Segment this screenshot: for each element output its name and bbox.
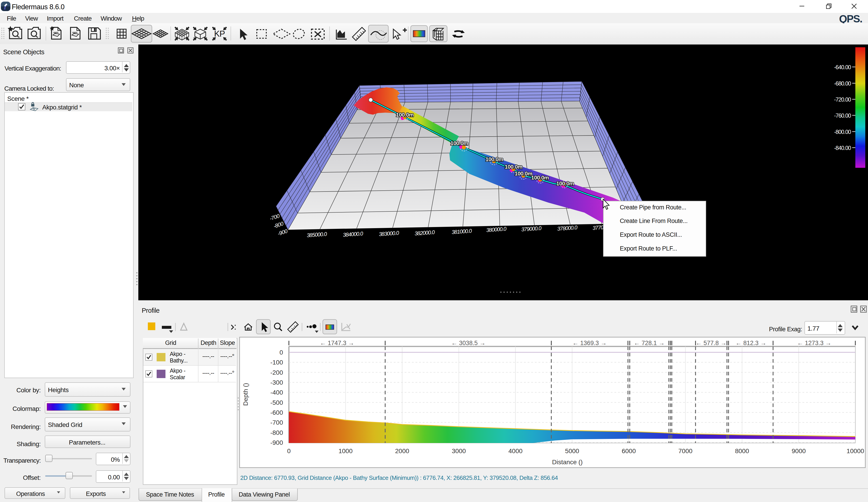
svg-text:3770: 3770 (592, 224, 604, 231)
svg-text:-760.00: -760.00 (834, 112, 851, 119)
svg-text:100.0m: 100.0m (556, 181, 574, 186)
svg-text:← 577.8 →: ← 577.8 → (696, 340, 727, 346)
svg-text:Depth (): Depth () (242, 383, 249, 406)
svg-text:-600: -600 (270, 409, 283, 416)
svg-text:4000: 4000 (508, 448, 523, 454)
svg-text:0: 0 (287, 448, 291, 454)
svg-text:← 1369.3 →: ← 1369.3 → (572, 340, 607, 346)
svg-text:← 1273.3 →: ← 1273.3 → (797, 340, 831, 346)
svg-text:2000: 2000 (395, 448, 409, 454)
svg-text:-640.00: -640.00 (834, 64, 851, 70)
svg-text:← 812.3 →: ← 812.3 → (735, 340, 766, 346)
svg-text:← 3038.5 →: ← 3038.5 → (451, 340, 486, 346)
svg-text:KP: KP (214, 29, 225, 39)
svg-text:3000: 3000 (452, 448, 466, 454)
svg-text:← 728.1 →: ← 728.1 → (634, 340, 665, 346)
svg-text:10000: 10000 (847, 448, 864, 454)
svg-text:-800.00: -800.00 (834, 129, 851, 135)
svg-text:1000: 1000 (338, 448, 352, 454)
svg-text:100.0m: 100.0m (486, 156, 503, 162)
svg-text:-840.00: -840.00 (834, 145, 851, 151)
svg-text:-800: -800 (270, 429, 283, 436)
svg-text:100.0m: 100.0m (451, 140, 468, 146)
svg-text:-200: -200 (270, 369, 283, 376)
svg-text:100.0m: 100.0m (515, 171, 532, 177)
svg-text:← 1747.3 →: ← 1747.3 → (320, 340, 354, 346)
svg-text:100.0m: 100.0m (531, 175, 549, 181)
svg-text:6000: 6000 (622, 448, 636, 454)
svg-text:100.0m: 100.0m (396, 112, 414, 118)
svg-text:0: 0 (279, 349, 283, 356)
svg-text:-680.00: -680.00 (834, 80, 851, 86)
svg-text:-700: -700 (270, 419, 283, 426)
svg-text:-400: -400 (270, 389, 283, 396)
svg-text:-500: -500 (270, 399, 283, 406)
svg-text:5000: 5000 (565, 448, 579, 454)
svg-text:9000: 9000 (792, 448, 806, 454)
svg-text:-900: -900 (270, 439, 283, 446)
svg-text:7000: 7000 (678, 448, 692, 454)
svg-text:-300: -300 (270, 379, 283, 386)
svg-text:Distance (): Distance () (552, 459, 582, 465)
svg-text:100.0m: 100.0m (505, 164, 523, 170)
svg-text:-100: -100 (270, 359, 283, 366)
svg-text:8000: 8000 (735, 448, 749, 454)
svg-text:-720.00: -720.00 (834, 96, 851, 103)
